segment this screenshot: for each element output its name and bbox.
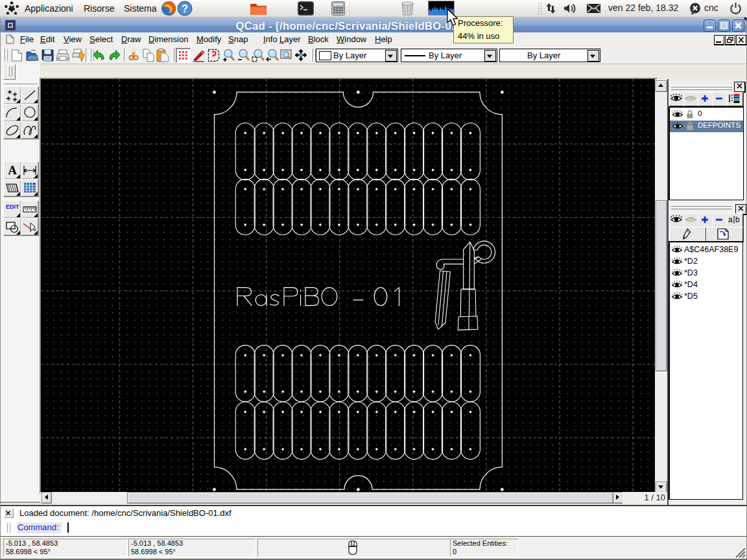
svg-text:a: a <box>728 215 733 224</box>
svg-text:?: ? <box>182 3 188 14</box>
svg-text:EDIT: EDIT <box>6 204 19 210</box>
svg-text:b: b <box>735 215 740 224</box>
